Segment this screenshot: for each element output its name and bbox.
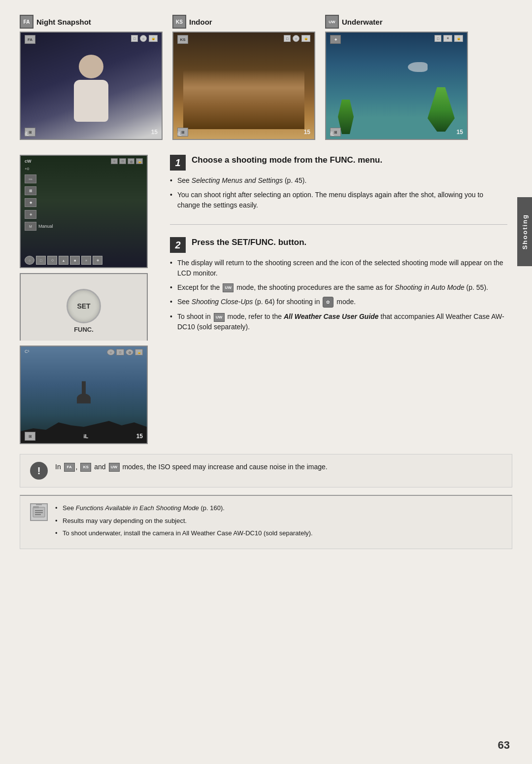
night-icon-2: ○ <box>140 35 147 42</box>
func-item-2: ▦ <box>25 186 64 195</box>
underwater-bottom-mode: iL <box>330 131 334 137</box>
second-cam-bottom-icon: ⊞ <box>25 432 35 441</box>
person-figure <box>74 55 108 122</box>
note-icon <box>30 503 48 521</box>
step-2-number: 2 <box>170 237 186 253</box>
night-top-bar: □ ○ 🔒 <box>131 35 158 42</box>
func-item-1: ≈≈ <box>25 174 64 183</box>
step-1-block: 1 Choose a shooting mode from the FUNC. … <box>170 155 507 225</box>
underwater-header: UW Underwater <box>325 15 383 29</box>
page-number: 63 <box>498 739 510 752</box>
indoor-scene <box>183 70 304 129</box>
step-2-title: Press the SET/FUNC. button. <box>192 237 306 248</box>
func-bottom-icon-2: □ <box>36 256 46 265</box>
step-2-bullet-3: See Shooting Close-Ups (p. 64) for shoot… <box>170 297 507 308</box>
underwater-frame-count: 15 <box>457 129 463 136</box>
func-top-bar: cW ○ □ ◎ 🔒 <box>25 158 143 164</box>
fish-shape <box>408 62 428 72</box>
second-cam-icon-2: □ <box>116 349 124 355</box>
func-items-list: ≈≈ ▦ ◆ ◈ M Manual <box>25 174 64 245</box>
func-text-label: FUNC. <box>74 326 94 333</box>
step-1-bullets: See Selecting Menus and Settings (p. 45)… <box>170 175 507 210</box>
note-bullets-list: See Functions Available in Each Shooting… <box>55 503 313 541</box>
warning-text: In FA, KS and UW modes, the ISO speed ma… <box>55 462 328 472</box>
indoor-bottom-bar: ⊞ 15 <box>177 128 310 137</box>
note-icon-svg <box>32 505 46 519</box>
func-item-3-icon: ◆ <box>25 198 36 207</box>
step-2-bullet-2: Except for the UW mode, the shooting pro… <box>170 282 507 293</box>
step-2-bullets: The display will return to the shooting … <box>170 258 507 332</box>
second-cam-icon-4: 🔒 <box>135 349 143 355</box>
night-snapshot-image: FA □ ○ 🔒 ⊞ 15 i <box>20 32 163 140</box>
set-button-label: SET <box>77 302 90 310</box>
func-item-manual-icon: M <box>25 222 36 231</box>
indoor-mode-icon: KS <box>177 35 188 44</box>
night-icon-1: □ <box>131 35 138 42</box>
step-2-block: 2 Press the SET/FUNC. button. The displa… <box>170 237 507 346</box>
side-tab: Shooting <box>517 197 532 266</box>
func-bottom-icon-3: ◇ <box>47 256 57 265</box>
func-menu-image: cW ○ □ ◎ 🔒 +0 ≈≈ ▦ <box>20 155 148 268</box>
step-1-header: 1 Choose a shooting mode from the FUNC. … <box>170 155 507 171</box>
night-frame-count: 15 <box>151 129 158 136</box>
func-bottom-icon-6: × <box>81 256 91 265</box>
second-cam-bottom-mode: iL <box>83 433 88 439</box>
second-cam-top-icons: ○ □ ◎ 🔒 <box>107 349 143 355</box>
warning-icon: ! <box>30 462 48 480</box>
uw-inline-icon: UW <box>109 463 120 472</box>
night-icon-3: 🔒 <box>149 35 158 42</box>
indoor-image: KS □ ○ 🔒 ⊞ 15 iL <box>172 32 315 140</box>
func-item-manual: M Manual <box>25 222 64 231</box>
step-2-bullet-4: To shoot in UW mode, refer to the All We… <box>170 312 507 332</box>
person-head <box>79 55 103 78</box>
fa-inline-icon: FA <box>64 463 75 472</box>
second-cam-icon-3: ◎ <box>126 349 133 355</box>
func-top-label: cW <box>25 159 32 164</box>
underwater-icon-3: 🔒 <box>454 35 463 42</box>
tree-top <box>77 394 91 404</box>
svg-rect-1 <box>33 506 39 508</box>
note-section: See Functions Available in Each Shooting… <box>20 495 512 549</box>
indoor-icon-2: ○ <box>293 35 299 42</box>
set-button-circle: SET <box>66 289 101 323</box>
func-item-2-icon: ▦ <box>25 186 36 195</box>
ks-inline-icon: KS <box>80 463 91 472</box>
set-button-area: SET FUNC. <box>20 273 148 341</box>
step-1-title: Choose a shooting mode from the FUNC. me… <box>192 155 382 166</box>
indoor-icon: KS <box>172 15 186 29</box>
indoor-icon-3: 🔒 <box>301 35 310 42</box>
top-modes-section: FA Night Snapshot FA □ ○ 🔒 <box>20 15 512 140</box>
night-bottom-mode: iL <box>25 131 29 137</box>
underwater-bottom-bar: ⊞ 15 <box>330 128 463 137</box>
underwater-icon-2: ☀ <box>443 35 452 42</box>
indoor-bottom-mode: iL <box>177 131 182 137</box>
main-content: cW ○ □ ◎ 🔒 +0 ≈≈ ▦ <box>20 155 512 444</box>
step-1-bullet-2: You can shoot right after selecting an o… <box>170 190 507 210</box>
func-exposure: +0 <box>25 167 29 171</box>
func-item-4-icon: ◈ <box>25 210 36 219</box>
indoor-item: KS Indoor KS □ ○ 🔒 ⊞ 15 <box>172 15 315 140</box>
func-item-4: ◈ <box>25 210 64 219</box>
func-item-1-icon: ≈≈ <box>25 174 36 183</box>
uw-mode-inline-icon-2: UW <box>214 313 225 322</box>
underwater-label: Underwater <box>342 18 383 26</box>
night-mode-icon: FA <box>25 35 35 44</box>
night-snapshot-item: FA Night Snapshot FA □ ○ 🔒 <box>20 15 163 140</box>
func-bottom-icon-5: ■ <box>70 256 80 265</box>
step-1-bullet-1: See Selecting Menus and Settings (p. 45)… <box>170 175 507 186</box>
underwater-mode-icon: ◈ <box>330 35 341 44</box>
underwater-cam-overlay: ◈ □ ☀ 🔒 ⊞ 15 iL <box>326 33 467 139</box>
note-bullet-1: See Functions Available in Each Shooting… <box>55 503 313 513</box>
night-snapshot-icon: FA <box>20 15 33 29</box>
second-cam-frame: 15 <box>136 433 143 440</box>
func-item-3: ◆ <box>25 198 64 207</box>
func-bottom-icon-7: ◈ <box>93 256 102 265</box>
night-snapshot-header: FA Night Snapshot <box>20 15 91 29</box>
tree-silhouette <box>76 382 91 409</box>
svg-rect-0 <box>33 507 45 517</box>
underwater-image: ◈ □ ☀ 🔒 ⊞ 15 iL <box>325 32 468 140</box>
indoor-icon-1: □ <box>284 35 291 42</box>
second-cam-view: C¹ ○ □ ◎ 🔒 ⊞ <box>20 346 148 444</box>
indoor-header: KS Indoor <box>172 15 212 29</box>
second-cam-bottom-bar: ⊞ iL 15 <box>25 432 143 441</box>
